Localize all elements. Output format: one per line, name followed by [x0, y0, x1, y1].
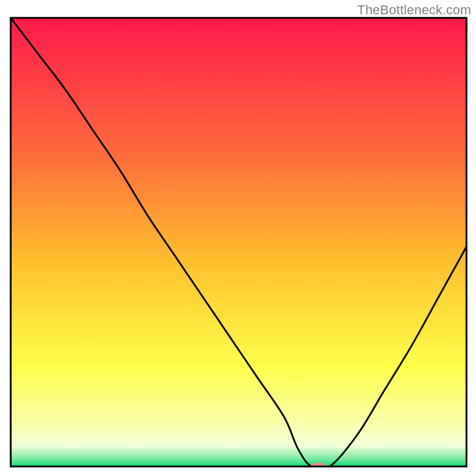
plot-background — [11, 18, 466, 466]
bottleneck-chart — [0, 0, 476, 476]
watermark-text: TheBottleneck.com — [357, 2, 471, 18]
chart-container: TheBottleneck.com — [0, 0, 476, 476]
